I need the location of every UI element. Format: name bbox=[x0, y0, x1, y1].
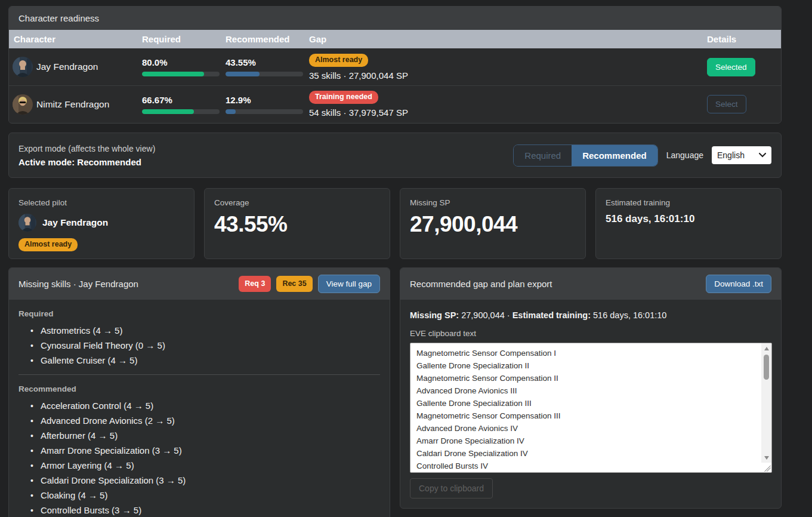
clipboard-line: Advanced Drone Avionics IV bbox=[416, 422, 755, 435]
copy-to-clipboard-button[interactable]: Copy to clipboard bbox=[410, 478, 493, 498]
export-summary-line: Missing SP: 27,900,044 · Estimated train… bbox=[410, 309, 771, 320]
status-badge: Training needed bbox=[309, 91, 378, 104]
estimated-training-card: Estimated training 516 days, 16:01:10 bbox=[595, 188, 782, 259]
skill-item: Afterburner (4 → 5) bbox=[30, 431, 380, 441]
missing-skills-actions: Req 3 Rec 35 View full gap bbox=[239, 275, 380, 293]
required-progress-cell: 80.0% bbox=[142, 57, 226, 76]
skill-item: Controlled Bursts (3 → 5) bbox=[30, 506, 380, 515]
skill-item: Amarr Drone Specialization (3 → 5) bbox=[30, 446, 380, 456]
clipboard-line: Amarr Drone Specialization IV bbox=[416, 435, 755, 447]
scroll-down-arrow-icon[interactable] bbox=[761, 453, 771, 462]
character-cell: Nimitz Fendragon bbox=[9, 94, 142, 115]
table-row: Nimitz Fendragon 66.67% 12.9% Training n… bbox=[9, 85, 781, 122]
required-progress-cell: 66.67% bbox=[142, 95, 226, 114]
eve-clipboard-label: EVE clipboard text bbox=[410, 329, 771, 338]
textarea-scrollbar[interactable] bbox=[761, 343, 771, 463]
selected-pilot-row: Jay Fendragon bbox=[18, 214, 184, 232]
language-select[interactable]: English bbox=[712, 146, 771, 164]
required-progress-bar bbox=[142, 72, 220, 76]
required-skill-list: Astrometrics (4 → 5)Cynosural Field Theo… bbox=[18, 326, 380, 365]
estimated-training-label: Estimated training bbox=[606, 198, 771, 207]
character-readiness-header: Character readiness bbox=[9, 7, 781, 30]
missing-skills-body: Required Astrometrics (4 → 5)Cynosural F… bbox=[9, 300, 390, 517]
toggle-required-button[interactable]: Required bbox=[514, 145, 572, 166]
recommended-progress-bar bbox=[226, 72, 303, 76]
required-progress-bar bbox=[142, 109, 220, 114]
mode-toggle-group: Required Recommended bbox=[513, 144, 657, 167]
skill-item: Armor Layering (4 → 5) bbox=[30, 461, 380, 470]
section-divider bbox=[18, 374, 380, 375]
coverage-value: 43.55% bbox=[214, 212, 380, 237]
plan-export-panel: Recommended gap and plan export Download… bbox=[400, 267, 782, 509]
selected-button[interactable]: Selected bbox=[707, 58, 755, 76]
eve-clipboard-textarea[interactable]: Magnetometric Sensor Compensation IGalle… bbox=[410, 343, 772, 473]
select-button[interactable]: Select bbox=[707, 95, 746, 113]
summary-missing-sp-value: 27,900,044 · bbox=[459, 310, 512, 320]
avatar-nimitz-portrait bbox=[13, 94, 33, 115]
column-character: Character bbox=[9, 34, 142, 44]
export-mode-card: Export mode (affects the whole view) Act… bbox=[8, 133, 782, 178]
page-content: Character readiness Character Required R… bbox=[8, 0, 782, 517]
avatar-jay-portrait bbox=[18, 214, 36, 232]
character-name: Nimitz Fendragon bbox=[36, 99, 109, 110]
status-badge: Almost ready bbox=[309, 54, 368, 67]
clipboard-text-content: Magnetometric Sensor Compensation IGalle… bbox=[410, 343, 761, 473]
recommended-progress-fill bbox=[226, 72, 260, 76]
character-name: Jay Fendragon bbox=[36, 61, 98, 72]
status-badge: Almost ready bbox=[18, 238, 78, 251]
character-readiness-title: Character readiness bbox=[18, 13, 99, 23]
skill-item: Cynosural Field Theory (0 → 5) bbox=[30, 341, 380, 350]
rec-count-badge: Rec 35 bbox=[276, 276, 312, 292]
missing-skills-title: Missing skills · Jay Fendragon bbox=[18, 279, 138, 289]
required-section-label: Required bbox=[18, 309, 380, 318]
required-progress-fill bbox=[142, 109, 194, 114]
details-cell: Select bbox=[699, 95, 781, 113]
textarea-resize-grip-icon[interactable] bbox=[762, 463, 771, 472]
recommended-percent: 43.55% bbox=[226, 57, 309, 67]
missing-sp-value: 27,900,044 bbox=[410, 212, 576, 237]
character-readiness-card: Character readiness Character Required R… bbox=[8, 6, 782, 124]
skill-item: Caldari Drone Specialization (3 → 5) bbox=[30, 476, 380, 485]
skill-item: Advanced Drone Avionics (2 → 5) bbox=[30, 416, 380, 426]
avatar bbox=[13, 57, 33, 77]
recommended-percent: 12.9% bbox=[226, 95, 309, 105]
details-cell: Selected bbox=[699, 58, 781, 76]
export-mode-text: Export mode (affects the whole view) Act… bbox=[18, 144, 155, 167]
skill-item: Cloaking (4 → 5) bbox=[30, 491, 380, 500]
recommended-progress-cell: 43.55% bbox=[226, 57, 309, 76]
missing-skills-header: Missing skills · Jay Fendragon Req 3 Rec… bbox=[9, 268, 390, 300]
req-count-badge: Req 3 bbox=[239, 276, 271, 292]
download-txt-button[interactable]: Download .txt bbox=[706, 275, 771, 293]
table-row: Jay Fendragon 80.0% 43.55% Almost ready … bbox=[9, 48, 781, 85]
required-progress-fill bbox=[142, 72, 204, 76]
language-label: Language bbox=[666, 150, 703, 160]
skill-item: Astrometrics (4 → 5) bbox=[30, 326, 380, 336]
plan-export-header: Recommended gap and plan export Download… bbox=[400, 268, 781, 300]
clipboard-line: Controlled Bursts IV bbox=[416, 460, 755, 472]
missing-sp-label: Missing SP bbox=[410, 198, 576, 207]
stat-cards-row: Selected pilot Jay Fendragon Almost read… bbox=[8, 188, 782, 259]
gap-cell: Training needed 54 skills · 37,979,547 S… bbox=[309, 91, 699, 118]
missing-skills-panel: Missing skills · Jay Fendragon Req 3 Rec… bbox=[8, 267, 390, 517]
active-mode-text: Active mode: Recommended bbox=[18, 157, 155, 167]
character-cell: Jay Fendragon bbox=[9, 57, 142, 77]
export-mode-label: Export mode (affects the whole view) bbox=[18, 144, 155, 153]
scroll-up-arrow-icon[interactable] bbox=[761, 344, 771, 353]
view-full-gap-button[interactable]: View full gap bbox=[318, 275, 380, 293]
recommended-progress-cell: 12.9% bbox=[226, 95, 309, 114]
export-mode-controls: Required Recommended Language English bbox=[513, 144, 771, 167]
column-recommended: Recommended bbox=[226, 34, 309, 44]
summary-training-value: 516 days, 16:01:10 bbox=[591, 310, 666, 320]
missing-sp-card: Missing SP 27,900,044 bbox=[400, 188, 586, 259]
skill-item: Gallente Cruiser (4 → 5) bbox=[30, 356, 380, 365]
coverage-label: Coverage bbox=[214, 198, 380, 207]
clipboard-line: Advanced Drone Avionics III bbox=[416, 384, 755, 397]
plan-export-body: Missing SP: 27,900,044 · Estimated train… bbox=[400, 300, 781, 508]
toggle-recommended-button[interactable]: Recommended bbox=[572, 145, 657, 166]
scrollbar-thumb[interactable] bbox=[764, 355, 769, 380]
summary-missing-sp-label: Missing SP: bbox=[410, 310, 459, 320]
readiness-table-header: Character Required Recommended Gap Detai… bbox=[9, 30, 781, 48]
language-selected-value: English bbox=[717, 150, 745, 160]
clipboard-line: Magnetometric Sensor Compensation III bbox=[416, 410, 755, 422]
estimated-training-value: 516 days, 16:01:10 bbox=[606, 213, 771, 225]
